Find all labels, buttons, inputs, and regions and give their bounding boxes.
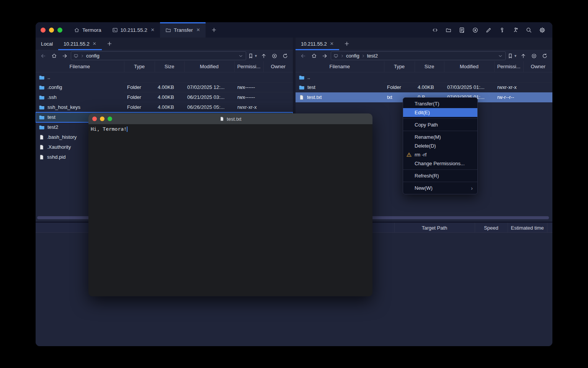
new-pane-tab-button[interactable] bbox=[339, 38, 354, 50]
column-speed[interactable]: Speed bbox=[475, 223, 508, 233]
forward-icon[interactable] bbox=[60, 52, 69, 60]
menu-item[interactable]: Transfer(T) bbox=[403, 99, 477, 108]
tab-termora[interactable]: Termora bbox=[69, 22, 107, 38]
log-icon[interactable] bbox=[457, 25, 467, 35]
size-cell bbox=[155, 72, 184, 82]
column-estimated-time[interactable]: Estimated time bbox=[508, 223, 547, 233]
tab-label: 10.211.55.2 bbox=[121, 27, 147, 33]
refresh-icon[interactable] bbox=[540, 52, 549, 60]
right-pane-toolbar: config test2 ▼ bbox=[296, 50, 552, 61]
chevron-down-icon[interactable] bbox=[498, 53, 503, 59]
menu-item[interactable]: Edit(E) bbox=[403, 108, 477, 117]
tab-host-session[interactable]: 10.211.55.2 ✕ bbox=[107, 22, 160, 38]
bookmark-button[interactable]: ▼ bbox=[248, 53, 258, 59]
column-header[interactable]: Owner bbox=[263, 61, 293, 72]
context-menu: Transfer(T)Edit(E)Copy PathRename(M)Dele… bbox=[403, 97, 478, 194]
chevron-down-icon[interactable] bbox=[238, 53, 243, 59]
column-header[interactable]: Size bbox=[155, 61, 184, 72]
menu-separator bbox=[403, 182, 477, 182]
code-icon[interactable] bbox=[430, 25, 440, 35]
menu-item[interactable]: Change Permissions... bbox=[403, 159, 477, 168]
forward-icon[interactable] bbox=[320, 52, 329, 60]
maximize-window-button[interactable] bbox=[57, 28, 62, 33]
menu-item[interactable]: New(W)› bbox=[403, 184, 477, 192]
tab-local[interactable]: Local bbox=[36, 38, 58, 50]
menu-item-label: Copy Path bbox=[415, 122, 438, 128]
modified-cell bbox=[444, 72, 494, 82]
terminal-icon bbox=[112, 27, 118, 33]
menu-item[interactable]: Copy Path bbox=[403, 120, 477, 129]
home-icon[interactable] bbox=[49, 52, 59, 60]
editor-text-area[interactable]: Hi, Termora! bbox=[88, 124, 372, 134]
menu-item[interactable]: Refresh(R) bbox=[403, 171, 477, 180]
upload-icon[interactable] bbox=[259, 52, 268, 60]
refresh-icon[interactable] bbox=[281, 52, 290, 60]
close-tab-icon[interactable]: ✕ bbox=[196, 27, 200, 33]
close-tab-icon[interactable]: ✕ bbox=[330, 41, 334, 46]
text-cursor bbox=[127, 127, 127, 132]
new-pane-tab-button[interactable] bbox=[102, 38, 117, 50]
record-icon[interactable] bbox=[470, 25, 480, 35]
table-row[interactable]: ssh_host_keysFolder4.00KB06/26/2025 05:.… bbox=[36, 102, 293, 112]
bookmark-button[interactable]: ▼ bbox=[507, 53, 517, 59]
show-hidden-icon[interactable] bbox=[529, 52, 539, 60]
size-cell: 4.00KB bbox=[155, 92, 184, 102]
menu-item-label: Rename(M) bbox=[415, 134, 441, 140]
menu-item-label: New(W) bbox=[415, 185, 433, 191]
close-tab-icon[interactable]: ✕ bbox=[93, 41, 96, 46]
file-icon bbox=[39, 154, 44, 160]
menu-item[interactable]: rm -rf bbox=[403, 150, 477, 159]
back-icon[interactable] bbox=[299, 52, 308, 60]
tab-label: 10.211.55.2 bbox=[301, 41, 327, 47]
left-path-bar[interactable]: config bbox=[71, 51, 246, 60]
right-path-bar[interactable]: config test2 bbox=[331, 51, 506, 60]
close-tab-icon[interactable]: ✕ bbox=[151, 27, 155, 33]
new-tab-button[interactable] bbox=[206, 22, 222, 38]
path-segment[interactable]: config bbox=[346, 53, 359, 59]
table-row[interactable]: .configFolder4.00KB07/02/2025 12:...rwx-… bbox=[36, 82, 293, 92]
menu-item-label: Delete(D) bbox=[415, 143, 436, 149]
column-header[interactable]: Size bbox=[415, 61, 444, 72]
keychain-icon[interactable] bbox=[510, 25, 520, 35]
home-icon[interactable] bbox=[309, 52, 318, 60]
file-icon bbox=[299, 94, 304, 100]
column-target-path[interactable]: Target Path bbox=[394, 223, 475, 233]
minimize-window-button[interactable] bbox=[49, 28, 54, 33]
filename-cell: sshd.pid bbox=[47, 154, 65, 160]
folder-icon[interactable] bbox=[443, 25, 453, 35]
tab-transfer[interactable]: Transfer ✕ bbox=[160, 22, 206, 38]
menu-item-label: rm -rf bbox=[415, 152, 426, 158]
column-header[interactable]: Owner bbox=[523, 61, 552, 72]
close-window-button[interactable] bbox=[41, 28, 46, 33]
path-segment[interactable]: test2 bbox=[367, 53, 378, 59]
search-icon[interactable] bbox=[524, 25, 534, 35]
tab-remote-host[interactable]: 10.211.55.2 ✕ bbox=[296, 38, 339, 50]
key-icon[interactable] bbox=[497, 25, 507, 35]
table-row[interactable]: .. bbox=[36, 72, 293, 82]
back-icon[interactable] bbox=[39, 52, 48, 60]
table-row[interactable]: .. bbox=[296, 72, 552, 82]
column-header[interactable]: Modified bbox=[444, 61, 494, 72]
path-segment[interactable]: config bbox=[86, 53, 100, 59]
column-header[interactable]: Type bbox=[384, 61, 415, 72]
menu-item[interactable]: Rename(M) bbox=[403, 133, 477, 141]
settings-icon[interactable] bbox=[537, 25, 547, 35]
tab-remote-host[interactable]: 10.211.55.2 ✕ bbox=[58, 38, 102, 50]
column-header[interactable]: Type bbox=[124, 61, 155, 72]
table-row[interactable]: testFolder4.00KB07/03/2025 01:...rwxr-xr… bbox=[296, 82, 552, 92]
column-header[interactable]: Modified bbox=[184, 61, 234, 72]
right-file-table: FilenameTypeSizeModifiedPermissi...Owner… bbox=[296, 61, 552, 102]
column-header[interactable]: Permissi... bbox=[494, 61, 523, 72]
menu-item[interactable]: Delete(D) bbox=[403, 141, 477, 150]
table-row[interactable]: .sshFolder4.00KB06/21/2025 03:...rwx----… bbox=[36, 92, 293, 102]
menu-separator bbox=[403, 169, 477, 170]
pencil-icon[interactable] bbox=[483, 25, 493, 35]
folder-icon bbox=[299, 84, 305, 90]
column-header[interactable]: Filename bbox=[296, 61, 384, 72]
window-titlebar: Termora 10.211.55.2 ✕ Transfer ✕ bbox=[36, 22, 552, 38]
column-header[interactable]: Filename bbox=[36, 61, 124, 72]
column-header[interactable]: Permissi... bbox=[234, 61, 263, 72]
editor-titlebar[interactable]: test.txt bbox=[88, 113, 372, 124]
show-hidden-icon[interactable] bbox=[270, 52, 279, 60]
upload-icon[interactable] bbox=[519, 52, 528, 60]
